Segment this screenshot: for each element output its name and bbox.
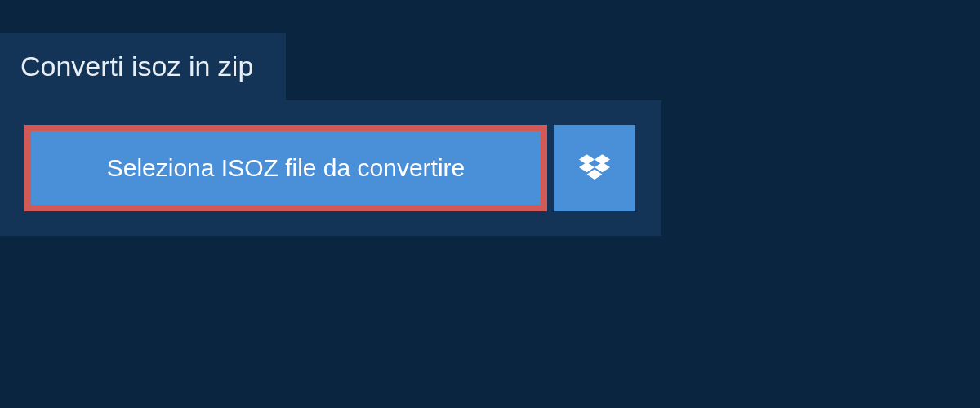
content-panel: Seleziona ISOZ file da convertire: [0, 100, 662, 236]
page-title: Converti isoz in zip: [20, 51, 253, 82]
dropbox-icon: [579, 152, 610, 185]
button-row: Seleziona ISOZ file da convertire: [24, 125, 637, 211]
select-file-label: Seleziona ISOZ file da convertire: [107, 154, 466, 182]
tab-header: Converti isoz in zip: [0, 33, 286, 100]
dropbox-button[interactable]: [554, 125, 635, 211]
select-file-button[interactable]: Seleziona ISOZ file da convertire: [24, 125, 547, 211]
